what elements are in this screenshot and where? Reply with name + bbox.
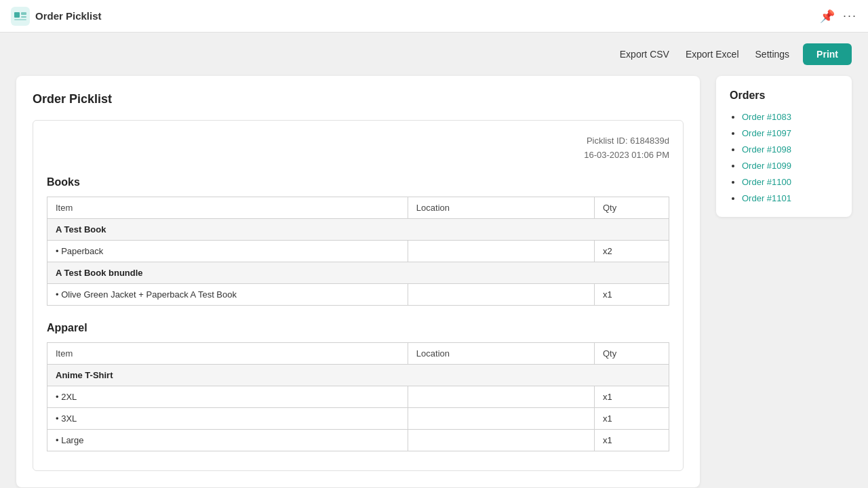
sidebar-title: Orders [730, 89, 838, 102]
app-logo: Order Picklist [11, 7, 102, 26]
item-location [408, 283, 594, 305]
order-list-item: Order #1101 [742, 192, 838, 203]
settings-button[interactable]: Settings [753, 45, 793, 64]
app-logo-icon [11, 7, 30, 26]
toolbar: Export CSV Export Excel Settings Print [0, 33, 868, 76]
svg-rect-2 [21, 12, 26, 15]
print-button[interactable]: Print [803, 43, 852, 65]
item-qty: x2 [594, 240, 669, 262]
table-group-row: A Test Book [47, 218, 669, 240]
sections-container: BooksItemLocationQtyA Test Book• Paperba… [47, 176, 669, 451]
order-link-5[interactable]: Order #1101 [742, 193, 791, 203]
order-list-item: Order #1097 [742, 127, 838, 138]
item-qty: x1 [594, 429, 669, 451]
item-name: • Large [47, 429, 408, 451]
table-0: ItemLocationQtyA Test Book• Paperbackx2A… [47, 197, 669, 306]
item-qty: x1 [594, 407, 669, 429]
more-icon[interactable]: ··· [843, 9, 857, 23]
table-row: • Largex1 [47, 429, 669, 451]
export-csv-button[interactable]: Export CSV [617, 45, 672, 64]
top-nav: Order Picklist 📌 ··· [0, 0, 868, 33]
order-link-3[interactable]: Order #1099 [742, 161, 791, 171]
order-list-item: Order #1098 [742, 144, 838, 155]
col-header-item: Item [47, 197, 408, 218]
svg-rect-1 [14, 12, 20, 18]
pin-icon[interactable]: 📌 [820, 9, 835, 24]
svg-rect-3 [21, 16, 26, 18]
order-list-item: Order #1100 [742, 176, 838, 187]
group-name: A Test Book [47, 218, 669, 240]
page-title: Order Picklist [33, 92, 684, 106]
app-name: Order Picklist [35, 10, 102, 22]
svg-rect-4 [14, 19, 26, 20]
orders-sidebar: Orders Order #1083Order #1097Order #1098… [716, 76, 852, 217]
export-excel-button[interactable]: Export Excel [683, 45, 742, 64]
col-header-qty: Qty [594, 342, 669, 364]
item-location [408, 240, 594, 262]
item-name: • 2XL [47, 386, 408, 407]
col-header-qty: Qty [594, 197, 669, 218]
main-layout: Order Picklist Picklist ID: 6184839d 16-… [0, 76, 868, 488]
order-link-4[interactable]: Order #1100 [742, 177, 791, 187]
picklist-id: Picklist ID: 6184839d [47, 134, 669, 148]
order-link-1[interactable]: Order #1097 [742, 128, 791, 138]
group-name: Anime T-Shirt [47, 364, 669, 386]
item-name: • 3XL [47, 407, 408, 429]
svg-rect-0 [11, 7, 30, 26]
item-location [408, 429, 594, 451]
table-group-row: Anime T-Shirt [47, 364, 669, 386]
item-qty: x1 [594, 386, 669, 407]
group-name: A Test Book bnundle [47, 262, 669, 283]
content-card: Order Picklist Picklist ID: 6184839d 16-… [16, 76, 700, 487]
item-name: • Paperback [47, 240, 408, 262]
table-row: • Olive Green Jacket + Paperback A Test … [47, 283, 669, 305]
item-name: • Olive Green Jacket + Paperback A Test … [47, 283, 408, 305]
table-row: • Paperbackx2 [47, 240, 669, 262]
order-list-item: Order #1099 [742, 160, 838, 171]
item-qty: x1 [594, 283, 669, 305]
section-title-0: Books [47, 176, 669, 188]
item-location [408, 386, 594, 407]
order-list-item: Order #1083 [742, 111, 838, 122]
order-link-2[interactable]: Order #1098 [742, 144, 791, 155]
order-list: Order #1083Order #1097Order #1098Order #… [730, 111, 838, 203]
order-link-0[interactable]: Order #1083 [742, 112, 791, 122]
picklist-date: 16-03-2023 01:06 PM [47, 148, 669, 163]
section-title-1: Apparel [47, 322, 669, 334]
table-1: ItemLocationQtyAnime T-Shirt• 2XLx1• 3XL… [47, 342, 669, 451]
table-row: • 2XLx1 [47, 386, 669, 407]
col-header-item: Item [47, 342, 408, 364]
table-group-row: A Test Book bnundle [47, 262, 669, 283]
table-row: • 3XLx1 [47, 407, 669, 429]
col-header-location: Location [408, 197, 594, 218]
item-location [408, 407, 594, 429]
doc-area: Picklist ID: 6184839d 16-03-2023 01:06 P… [33, 120, 684, 471]
picklist-meta: Picklist ID: 6184839d 16-03-2023 01:06 P… [47, 134, 669, 163]
col-header-location: Location [408, 342, 594, 364]
